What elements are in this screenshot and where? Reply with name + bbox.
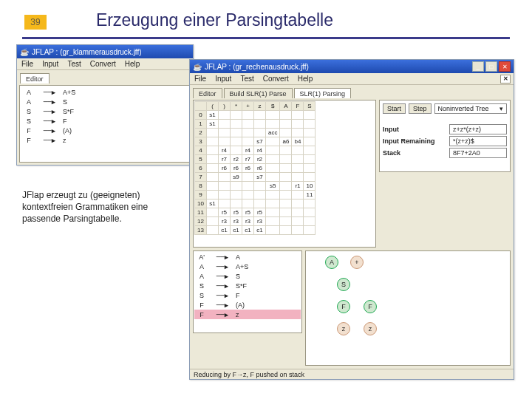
- table-cell[interactable]: [231, 111, 242, 120]
- table-cell[interactable]: s7: [254, 137, 266, 146]
- table-cell[interactable]: [266, 164, 280, 173]
- table-cell[interactable]: [219, 111, 231, 120]
- table-cell[interactable]: c1: [254, 226, 266, 235]
- grammar-row[interactable]: F──▶z: [21, 135, 188, 145]
- table-cell[interactable]: [266, 226, 280, 235]
- table-cell[interactable]: [304, 120, 316, 129]
- grammar-row[interactable]: S──▶S*F: [21, 106, 188, 116]
- table-cell[interactable]: [207, 191, 219, 200]
- table-cell[interactable]: r5: [219, 208, 231, 217]
- table-cell[interactable]: [207, 137, 219, 146]
- table-cell[interactable]: [304, 208, 316, 217]
- titlebar-rechen[interactable]: ☕ JFLAP : (gr_rechenausdruck.jff) _ □ ✕: [190, 60, 514, 73]
- table-cell[interactable]: r4: [219, 146, 231, 155]
- table-cell[interactable]: [266, 111, 280, 120]
- grammar-row[interactable]: A──▶S: [21, 97, 188, 106]
- minimize-button[interactable]: _: [472, 61, 484, 72]
- table-cell[interactable]: [304, 111, 316, 120]
- tree-node[interactable]: A: [325, 256, 338, 269]
- table-cell[interactable]: 12: [195, 217, 207, 226]
- table-cell[interactable]: [292, 111, 304, 120]
- tab[interactable]: SLR(1) Parsing: [294, 88, 352, 98]
- table-cell[interactable]: 1: [195, 120, 207, 129]
- table-cell[interactable]: 4: [195, 146, 207, 155]
- table-cell[interactable]: [304, 200, 316, 208]
- table-cell[interactable]: [207, 182, 219, 191]
- grammar-row[interactable]: F──▶(A): [21, 126, 188, 135]
- menubar-klammer[interactable]: FileInputTestConvertHelp: [17, 58, 193, 70]
- table-cell[interactable]: [242, 173, 254, 182]
- table-cell[interactable]: [207, 208, 219, 217]
- table-cell[interactable]: [292, 173, 304, 182]
- table-cell[interactable]: [242, 120, 254, 129]
- table-cell[interactable]: [280, 226, 292, 235]
- table-cell[interactable]: [231, 200, 242, 208]
- table-cell[interactable]: 10: [195, 200, 207, 208]
- table-cell[interactable]: [292, 191, 304, 200]
- table-cell[interactable]: [304, 129, 316, 137]
- table-cell[interactable]: [266, 217, 280, 226]
- table-cell[interactable]: [292, 208, 304, 217]
- table-cell[interactable]: r7: [219, 155, 231, 164]
- start-button[interactable]: Start: [383, 103, 406, 114]
- tree-node[interactable]: S: [337, 278, 350, 291]
- table-cell[interactable]: [304, 137, 316, 146]
- table-cell[interactable]: r2: [254, 155, 266, 164]
- table-cell[interactable]: [207, 146, 219, 155]
- table-cell[interactable]: r1: [292, 182, 304, 191]
- maximize-button[interactable]: □: [485, 61, 497, 72]
- table-cell[interactable]: s1: [207, 120, 219, 129]
- table-cell[interactable]: [254, 191, 266, 200]
- table-cell[interactable]: 5: [195, 155, 207, 164]
- grammar-row[interactable]: A──▶S: [194, 271, 301, 281]
- table-cell[interactable]: [266, 120, 280, 129]
- table-cell[interactable]: r2: [231, 155, 242, 164]
- table-cell[interactable]: s1: [207, 200, 219, 208]
- grammar-row[interactable]: A──▶A+S: [21, 87, 188, 97]
- grammar-row[interactable]: A──▶A+S: [194, 262, 301, 271]
- table-cell[interactable]: 7: [195, 173, 207, 182]
- table-cell[interactable]: [266, 173, 280, 182]
- table-cell[interactable]: 2: [195, 129, 207, 137]
- grammar-row[interactable]: F──▶z: [194, 310, 301, 319]
- table-cell[interactable]: 11: [304, 191, 316, 200]
- menu-item[interactable]: Test: [240, 75, 253, 83]
- table-cell[interactable]: [242, 191, 254, 200]
- table-cell[interactable]: [266, 137, 280, 146]
- close-button[interactable]: ✕: [499, 61, 511, 72]
- table-cell[interactable]: [280, 182, 292, 191]
- menubar-rechen[interactable]: FileInputTestConvertHelp: [190, 73, 514, 85]
- table-cell[interactable]: [280, 191, 292, 200]
- grammar-row[interactable]: S──▶F: [194, 290, 301, 300]
- table-cell[interactable]: [254, 120, 266, 129]
- tree-node[interactable]: F: [337, 300, 350, 313]
- table-cell[interactable]: [266, 200, 280, 208]
- table-cell[interactable]: 6: [195, 164, 207, 173]
- tree-node[interactable]: z: [337, 322, 350, 335]
- table-cell[interactable]: r4: [242, 146, 254, 155]
- table-cell[interactable]: 8: [195, 182, 207, 191]
- menu-item[interactable]: File: [21, 60, 33, 68]
- grammar-row[interactable]: S──▶F: [21, 116, 188, 126]
- table-cell[interactable]: s1: [207, 111, 219, 120]
- input-field[interactable]: z+z*(z+z): [449, 124, 507, 134]
- table-cell[interactable]: [304, 173, 316, 182]
- inner-close-button[interactable]: ✕: [500, 75, 511, 83]
- table-cell[interactable]: [242, 137, 254, 146]
- table-cell[interactable]: [266, 146, 280, 155]
- table-cell[interactable]: [207, 155, 219, 164]
- table-cell[interactable]: [231, 137, 242, 146]
- table-cell[interactable]: [242, 200, 254, 208]
- table-cell[interactable]: r7: [242, 155, 254, 164]
- table-cell[interactable]: [207, 217, 219, 226]
- table-cell[interactable]: [242, 182, 254, 191]
- menu-item[interactable]: Input: [42, 60, 58, 68]
- table-cell[interactable]: 0: [195, 111, 207, 120]
- table-cell[interactable]: r6: [231, 164, 242, 173]
- table-cell[interactable]: c1: [231, 226, 242, 235]
- grammar-row[interactable]: F──▶(A): [194, 300, 301, 310]
- table-cell[interactable]: [280, 173, 292, 182]
- table-cell[interactable]: [231, 191, 242, 200]
- table-cell[interactable]: [280, 164, 292, 173]
- table-cell[interactable]: [266, 155, 280, 164]
